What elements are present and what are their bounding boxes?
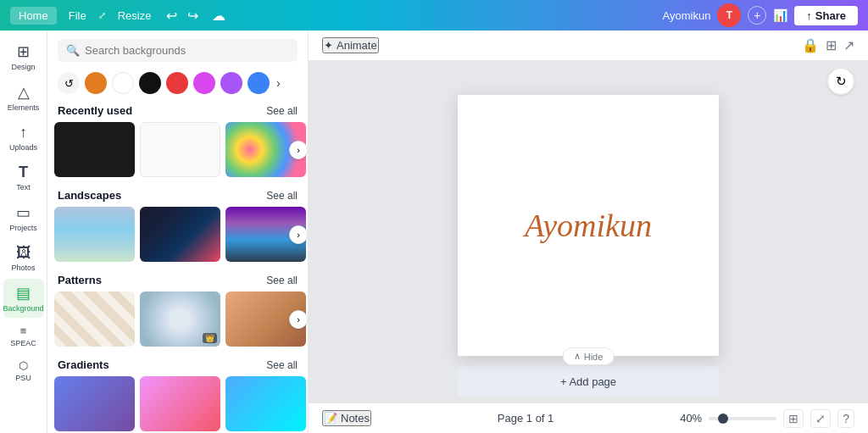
grid-view-icon[interactable]: ⊞: [783, 409, 804, 428]
color-swatch-purple[interactable]: [220, 72, 242, 94]
share-button[interactable]: ↑ Share: [794, 6, 858, 25]
panel-sidebar: 🔍 ↺ › Recently used See all: [47, 31, 309, 433]
recently-used-scroll-right[interactable]: ›: [289, 141, 308, 159]
hide-panel-button[interactable]: ∧ Hide: [563, 347, 615, 365]
add-page-button[interactable]: + Add page: [458, 366, 719, 396]
notes-label: Notes: [341, 412, 370, 425]
analytics-button[interactable]: 📊: [773, 8, 787, 22]
thumbnail-dark[interactable]: [54, 122, 135, 177]
animate-button[interactable]: ✦ Animate: [322, 37, 379, 53]
color-chevron-icon[interactable]: ›: [276, 76, 281, 90]
sidebar-label-speac: SPEAC: [10, 339, 36, 347]
color-swatch-white[interactable]: [112, 72, 134, 94]
gradients-header: Gradients See all: [54, 355, 301, 376]
landscapes-header: Landscapes See all: [54, 186, 301, 207]
color-refresh-button[interactable]: ↺: [58, 72, 80, 94]
notes-button[interactable]: 📝 Notes: [322, 410, 371, 426]
file-nav-item[interactable]: File: [64, 8, 92, 24]
landscapes-see-all[interactable]: See all: [266, 190, 298, 202]
export-icon[interactable]: ↗: [843, 37, 854, 53]
panel-header: 🔍: [47, 31, 308, 67]
canvas-toolbar: ✦ Animate 🔒 ⊞ ↗: [309, 31, 868, 61]
color-strip: ↺ ›: [47, 67, 308, 101]
recently-used-thumbnails: ›: [54, 122, 301, 177]
color-swatch-red[interactable]: [166, 72, 188, 94]
sidebar-item-text[interactable]: T Text: [3, 158, 44, 197]
sidebar-item-psu[interactable]: ⬡ PSU: [3, 354, 44, 387]
sidebar-label-uploads: Uploads: [9, 143, 37, 152]
sidebar-item-uploads[interactable]: ↑ Uploads: [3, 119, 44, 157]
layout-icon[interactable]: ⊞: [826, 37, 837, 53]
zoom-slider[interactable]: [709, 417, 776, 420]
thumbnail-pattern-striped[interactable]: [54, 291, 135, 347]
thumbnail-landscape-fog[interactable]: [54, 207, 135, 262]
psu-icon: ⬡: [19, 359, 28, 372]
sidebar-item-photos[interactable]: 🖼 Photos: [3, 239, 44, 277]
undo-redo-group: ↩ ↪: [163, 6, 202, 25]
share-icon: ↑: [806, 9, 812, 22]
sidebar-item-background[interactable]: ▤ Background: [3, 279, 44, 318]
sidebar-item-elements[interactable]: △ Elements: [3, 78, 44, 117]
sidebar-item-projects[interactable]: ▭ Projects: [3, 198, 44, 237]
thumbnail-landscape-city[interactable]: [140, 207, 220, 262]
recently-used-header: Recently used See all: [54, 101, 301, 122]
search-box[interactable]: 🔍: [58, 39, 298, 62]
avatar: T: [717, 3, 741, 27]
canvas-area: ✦ Animate 🔒 ⊞ ↗ Ayomikun + Add page ↻ ∧ …: [309, 31, 868, 433]
thumbnail-gradient-purple-blue[interactable]: [54, 376, 135, 431]
redo-button[interactable]: ↪: [184, 6, 202, 25]
notes-icon: 📝: [324, 412, 337, 425]
canvas-scroll-area[interactable]: Ayomikun + Add page ↻: [309, 61, 868, 396]
elements-icon: △: [18, 83, 30, 102]
share-label: Share: [815, 9, 846, 22]
color-swatch-blue[interactable]: [248, 72, 270, 94]
hide-label: Hide: [584, 352, 604, 362]
thumbnail-gradient-pink-red[interactable]: [140, 376, 220, 431]
gradients-see-all[interactable]: See all: [266, 359, 298, 371]
add-collaborator-button[interactable]: +: [748, 6, 766, 25]
canvas-page[interactable]: Ayomikun: [458, 95, 719, 356]
sidebar-item-design[interactable]: ⊞ Design: [3, 37, 44, 76]
design-icon: ⊞: [17, 42, 30, 61]
thumbnail-gradient-blue-cyan[interactable]: [225, 376, 306, 431]
background-icon: ▤: [16, 284, 31, 303]
color-swatch-pink[interactable]: [193, 72, 215, 94]
search-input[interactable]: [85, 44, 289, 57]
bottom-icons: ⊞ ⤢ ?: [783, 409, 854, 428]
icon-sidebar: ⊞ Design △ Elements ↑ Uploads T Text ▭ P…: [0, 31, 47, 433]
animate-label: Animate: [337, 39, 377, 52]
patterns-thumbnails: 👑 ›: [54, 291, 301, 347]
thumbnail-pattern-iridescent[interactable]: 👑: [140, 291, 220, 347]
recently-used-title: Recently used: [58, 104, 132, 117]
canvas-bottom-bar: 📝 Notes Page 1 of 1 40% ⊞ ⤢ ?: [309, 402, 868, 433]
top-bar-actions: Ayomikun T + 📊 ↑ Share: [663, 3, 858, 27]
canvas-text: Ayomikun: [525, 207, 652, 244]
thumbnail-white[interactable]: [140, 122, 220, 177]
sidebar-label-elements: Elements: [8, 103, 40, 112]
fullscreen-icon[interactable]: ⤢: [810, 409, 831, 428]
hide-row: ∧ Hide: [309, 396, 868, 402]
patterns-see-all[interactable]: See all: [266, 275, 298, 286]
canvas-toolbar-right: 🔒 ⊞ ↗: [802, 37, 854, 53]
top-bar-left: Home File ⤢ Resize ↩ ↪ ☁: [10, 6, 229, 25]
recently-used-see-all[interactable]: See all: [266, 105, 298, 117]
sidebar-label-background: Background: [3, 304, 43, 313]
home-button[interactable]: Home: [10, 7, 57, 25]
resize-nav-item[interactable]: Resize: [113, 8, 157, 24]
sidebar-label-text: Text: [16, 183, 31, 192]
color-swatch-black[interactable]: [139, 72, 161, 94]
cloud-button[interactable]: ☁: [209, 6, 229, 25]
color-swatch-orange[interactable]: [85, 72, 107, 94]
gradients-thumbnails: [54, 376, 301, 431]
refresh-button[interactable]: ↻: [827, 68, 854, 95]
sidebar-label-psu: PSU: [15, 374, 31, 382]
search-icon: 🔍: [66, 44, 80, 57]
help-icon[interactable]: ?: [837, 409, 854, 428]
undo-button[interactable]: ↩: [163, 6, 181, 25]
landscapes-scroll-right[interactable]: ›: [289, 225, 308, 244]
sidebar-item-speac[interactable]: ≡ SPEAC: [3, 319, 44, 353]
sidebar-label-projects: Projects: [9, 224, 37, 232]
patterns-scroll-right[interactable]: ›: [289, 310, 308, 329]
lock-icon[interactable]: 🔒: [802, 37, 819, 53]
text-icon: T: [19, 164, 28, 181]
